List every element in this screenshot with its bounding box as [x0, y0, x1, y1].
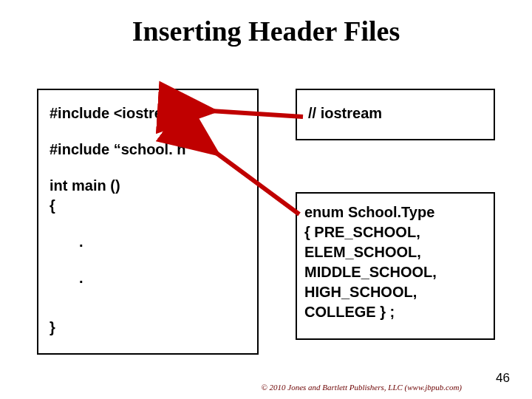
code-line-close-brace: }: [50, 318, 246, 338]
code-line-enum-decl: enum School.Type: [304, 202, 486, 222]
code-line-enum-val: { PRE_SCHOOL,: [304, 222, 486, 242]
code-line-dot: .: [50, 268, 246, 288]
slide-title: Inserting Header Files: [0, 15, 532, 47]
code-line-include-iostream: #include <iostream>: [50, 103, 246, 123]
code-line-dot: .: [50, 232, 246, 252]
code-line-enum-val: MIDDLE_SCHOOL,: [304, 262, 486, 282]
code-line-main-decl: int main (): [50, 176, 246, 196]
copyright-footer: © 2010 Jones and Bartlett Publishers, LL…: [261, 383, 462, 392]
code-line-enum-val: COLLEGE } ;: [304, 302, 486, 322]
slide-number: 46: [496, 371, 510, 386]
code-line-open-brace: {: [50, 196, 246, 216]
source-code-box: #include <iostream> #include “school. h”…: [37, 89, 259, 355]
code-line-enum-val: HIGH_SCHOOL,: [304, 282, 486, 302]
code-line-iostream-comment: // iostream: [308, 103, 482, 123]
school-header-box: enum School.Type { PRE_SCHOOL, ELEM_SCHO…: [296, 192, 495, 340]
code-line-include-school: #include “school. h”: [50, 140, 246, 160]
iostream-header-box: // iostream: [296, 89, 495, 140]
code-line-enum-val: ELEM_SCHOOL,: [304, 242, 486, 262]
